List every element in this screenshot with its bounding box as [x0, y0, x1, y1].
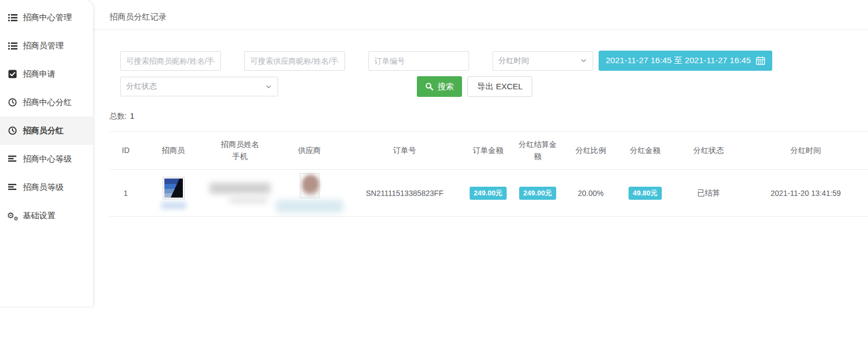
cell-status: 已结算 — [674, 170, 743, 217]
chevron-down-icon — [265, 83, 272, 90]
dividend-time-select[interactable]: 分红时间 — [493, 51, 593, 71]
sidebar-item-center-level[interactable]: 招商中心等级 — [0, 145, 93, 173]
list-icon — [8, 42, 17, 50]
cell-recruiter — [142, 170, 205, 217]
table-header-row: ID 招商员 招商员姓名手机 供应商 订单号 订单金额 分红结算金额 分红比例 … — [109, 132, 868, 170]
clock-icon — [8, 126, 17, 135]
dividend-time-select-value: 分红时间 — [498, 56, 529, 66]
title-divider — [93, 29, 868, 30]
dividend-table: ID 招商员 招商员姓名手机 供应商 订单号 订单金额 分红结算金额 分红比例 … — [109, 131, 868, 217]
sidebar-item-merchant-center-management[interactable]: 招商中心管理 — [0, 3, 93, 32]
sidebar-item-merchant-application[interactable]: 招商申请 — [0, 60, 93, 88]
cell-id: 1 — [109, 170, 142, 217]
date-range-text: 2021-11-27 16:45 至 2021-11-27 16:45 — [606, 55, 751, 66]
dividend-amount-badge: 49.80元 — [629, 187, 662, 200]
order-amount-badge: 249.00元 — [470, 187, 507, 200]
cell-settle-amount: 249.00元 — [510, 170, 565, 217]
recruiter-search-input[interactable] — [120, 51, 221, 71]
filter-row-1: 分红时间 2021-11-27 16:45 至 2021-11-27 16:45 — [120, 51, 868, 71]
main-content: 招商员分红记录 分红时间 2021-11-27 16:45 至 2021-11-… — [93, 0, 868, 350]
col-id: ID — [109, 132, 142, 170]
search-button-label: 搜索 — [438, 82, 454, 92]
cell-order-amount: 249.00元 — [466, 170, 510, 217]
cogs-icon: ⚙⚙ — [8, 211, 17, 220]
dividend-status-select[interactable]: 分红状态 — [120, 77, 278, 96]
sidebar: 招商中心管理 招商员管理 招商申请 招商中心分红 招商员分红 — [0, 0, 93, 306]
cell-supplier — [275, 170, 343, 217]
supplier-avatar — [300, 173, 319, 198]
total-count: 总数:1 — [109, 112, 868, 121]
col-order-amount: 订单金额 — [466, 132, 510, 170]
settle-amount-badge: 249.00元 — [519, 187, 557, 200]
col-time: 分红时间 — [743, 132, 868, 170]
sidebar-item-label: 招商员管理 — [23, 41, 64, 51]
filter-row-2: 分红状态 搜索 导出 EXCEL — [120, 76, 868, 97]
recruiter-avatar — [163, 177, 184, 199]
sidebar-item-label: 招商中心管理 — [23, 13, 72, 23]
date-range-button[interactable]: 2021-11-27 16:45 至 2021-11-27 16:45 — [599, 51, 772, 71]
sidebar-item-recruiter-level[interactable]: 招商员等级 — [0, 173, 93, 201]
export-excel-button[interactable]: 导出 EXCEL — [467, 76, 532, 97]
sidebar-item-label: 招商员分红 — [23, 126, 64, 136]
col-supplier: 供应商 — [275, 132, 343, 170]
search-icon — [425, 82, 434, 91]
col-recruiter-name-phone: 招商员姓名手机 — [205, 132, 275, 170]
cell-dividend-amount: 49.80元 — [617, 170, 674, 217]
col-status: 分红状态 — [674, 132, 743, 170]
total-count-label: 总数: — [109, 112, 127, 120]
calendar-icon — [756, 56, 765, 65]
col-recruiter: 招商员 — [142, 132, 205, 170]
sidebar-item-center-dividend[interactable]: 招商中心分红 — [0, 88, 93, 116]
sidebar-item-label: 基础设置 — [23, 211, 56, 221]
col-ratio: 分红比例 — [565, 132, 617, 170]
recruiter-name-phone-blurred — [210, 183, 270, 194]
align-left-icon — [8, 183, 17, 192]
table-row: 1 — [109, 170, 868, 217]
order-no-input[interactable] — [368, 51, 469, 71]
supplier-name-blurred — [276, 200, 343, 213]
list-icon — [8, 14, 17, 22]
search-button[interactable]: 搜索 — [417, 76, 462, 97]
page-title: 招商员分红记录 — [93, 0, 868, 29]
sidebar-item-label: 招商员等级 — [23, 182, 64, 193]
chevron-down-icon — [580, 57, 587, 64]
sidebar-item-label: 招商中心分红 — [23, 97, 72, 108]
cell-time: 2021-11-20 13:41:59 — [743, 170, 868, 217]
recruiter-name-phone-blurred-2 — [229, 197, 267, 204]
sidebar-item-basic-settings[interactable]: ⚙⚙ 基础设置 — [0, 201, 93, 230]
recruiter-name-blurred — [161, 202, 186, 209]
sidebar-item-recruiter-management[interactable]: 招商员管理 — [0, 32, 93, 60]
check-square-icon — [8, 70, 17, 78]
sidebar-item-label: 招商申请 — [23, 69, 56, 79]
total-count-value: 1 — [130, 112, 134, 120]
cell-ratio: 20.00% — [565, 170, 617, 217]
cell-order-no: SN21111513385823FF — [343, 170, 466, 217]
supplier-search-input[interactable] — [244, 51, 345, 71]
dividend-status-select-value: 分红状态 — [126, 82, 157, 91]
sidebar-item-label: 招商中心等级 — [23, 154, 72, 164]
sidebar-item-recruiter-dividend[interactable]: 招商员分红 — [0, 116, 93, 145]
clock-icon — [8, 98, 17, 107]
cell-recruiter-name-phone — [205, 170, 275, 217]
col-settle-amount: 分红结算金额 — [510, 132, 565, 170]
col-dividend-amount: 分红金额 — [617, 132, 674, 170]
col-order-no: 订单号 — [343, 132, 466, 170]
app-root: 招商中心管理 招商员管理 招商申请 招商中心分红 招商员分红 — [0, 0, 868, 350]
align-left-icon — [8, 155, 17, 163]
